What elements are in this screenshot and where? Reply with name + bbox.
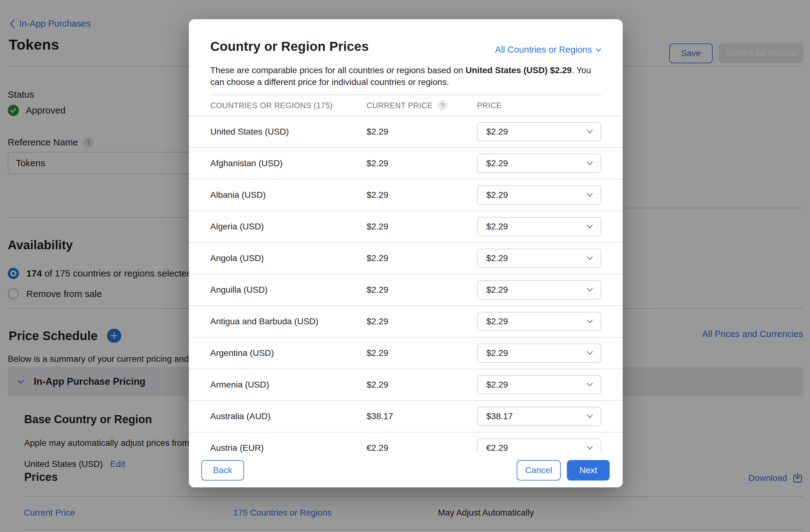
current-price-cell: $2.29	[367, 222, 477, 232]
price-select[interactable]: $2.29	[477, 249, 601, 268]
current-price-cell: $38.17	[367, 411, 477, 421]
chevron-down-icon	[586, 383, 593, 387]
current-price-cell: $2.29	[367, 127, 477, 137]
table-row: Afghanistan (USD) $2.29 $2.29	[189, 148, 623, 180]
price-select[interactable]: $2.29	[477, 154, 601, 173]
country-region-prices-modal: Country or Region Prices All Countries o…	[189, 19, 623, 487]
table-row: Argentina (USD) $2.29 $2.29	[189, 338, 623, 369]
chevron-down-icon	[586, 351, 593, 355]
country-cell: Angola (USD)	[210, 253, 367, 263]
current-price-cell: $2.29	[367, 317, 477, 327]
next-button[interactable]: Next	[567, 460, 610, 481]
col-price-header: PRICE	[477, 101, 601, 110]
country-cell: Argentina (USD)	[210, 348, 367, 358]
table-row: Anguilla (USD) $2.29 $2.29	[189, 275, 623, 306]
chevron-down-icon	[586, 256, 593, 261]
modal-table-header: COUNTRIES OR REGIONS (175) CURRENT PRICE…	[189, 95, 623, 116]
price-select[interactable]: $2.29	[477, 185, 601, 205]
country-cell: Australia (AUD)	[210, 411, 367, 421]
price-select-value: $2.29	[486, 190, 508, 200]
chevron-down-icon	[586, 446, 593, 450]
chevron-down-icon	[586, 319, 593, 324]
price-select[interactable]: $2.29	[477, 122, 601, 142]
col-countries-header: COUNTRIES OR REGIONS (175)	[210, 101, 367, 110]
current-price-cell: $2.29	[367, 380, 477, 390]
modal-title: Country or Region Prices	[210, 39, 369, 54]
price-select-value: $2.29	[486, 348, 508, 358]
chevron-down-icon	[586, 130, 593, 134]
table-row: Armenia (USD) $2.29 $2.29	[189, 369, 623, 401]
modal-table-rows: United States (USD) $2.29 $2.29 Afghanis…	[189, 116, 623, 464]
price-select-value: $2.29	[486, 380, 508, 390]
price-select[interactable]: $38.17	[477, 407, 601, 426]
price-select-value: $2.29	[486, 159, 508, 168]
modal-description: These are comparable prices for all coun…	[210, 65, 602, 88]
chevron-down-icon	[586, 161, 593, 166]
country-cell: Anguilla (USD)	[210, 285, 367, 295]
help-icon[interactable]: ?	[438, 100, 448, 110]
price-select-value: $2.29	[486, 127, 508, 137]
country-cell: Afghanistan (USD)	[210, 159, 367, 168]
current-price-cell: €2.29	[367, 443, 477, 453]
price-select[interactable]: $2.29	[477, 280, 601, 299]
chevron-down-icon	[586, 193, 593, 197]
app-store-connect-page: In-App Purchases Tokens Save Submit for …	[0, 0, 810, 532]
country-cell: Austria (EUR)	[210, 443, 367, 453]
country-cell: Algeria (USD)	[210, 222, 367, 232]
chevron-down-icon	[596, 48, 601, 52]
country-cell: Armenia (USD)	[210, 380, 367, 390]
country-cell: United States (USD)	[210, 127, 367, 137]
cancel-button[interactable]: Cancel	[517, 460, 561, 481]
price-select[interactable]: $2.29	[477, 344, 601, 363]
chevron-down-icon	[586, 225, 593, 229]
price-select[interactable]: $2.29	[477, 217, 601, 236]
table-row: Antigua and Barbuda (USD) $2.29 $2.29	[189, 306, 623, 338]
table-row: Australia (AUD) $38.17 $38.17	[189, 401, 623, 432]
current-price-cell: $2.29	[367, 253, 477, 263]
price-select[interactable]: $2.29	[477, 312, 601, 331]
table-row: Albania (USD) $2.29 $2.29	[189, 180, 623, 211]
price-select-value: $2.29	[486, 222, 508, 232]
col-current-price-header: CURRENT PRICE	[367, 101, 433, 110]
table-row: United States (USD) $2.29 $2.29	[189, 116, 623, 148]
chevron-down-icon	[586, 414, 593, 418]
price-select-value: $2.29	[486, 317, 508, 327]
price-select-value: €2.29	[486, 443, 508, 453]
country-cell: Antigua and Barbuda (USD)	[210, 317, 367, 327]
back-button[interactable]: Back	[201, 460, 244, 481]
price-select[interactable]: $2.29	[477, 375, 601, 394]
current-price-cell: $2.29	[367, 159, 477, 168]
table-row: Algeria (USD) $2.29 $2.29	[189, 211, 623, 243]
filter-label: All Countries or Regions	[495, 45, 592, 55]
table-row: Angola (USD) $2.29 $2.29	[189, 243, 623, 275]
current-price-cell: $2.29	[367, 190, 477, 200]
price-select-value: $2.29	[486, 253, 508, 263]
chevron-down-icon	[586, 288, 593, 292]
current-price-cell: $2.29	[367, 285, 477, 295]
current-price-cell: $2.29	[367, 348, 477, 358]
modal-footer: Back Cancel Next	[189, 453, 623, 487]
price-select-value: $2.29	[486, 285, 508, 295]
countries-filter-dropdown[interactable]: All Countries or Regions	[495, 45, 601, 55]
country-cell: Albania (USD)	[210, 190, 367, 200]
price-select-value: $38.17	[486, 411, 513, 421]
